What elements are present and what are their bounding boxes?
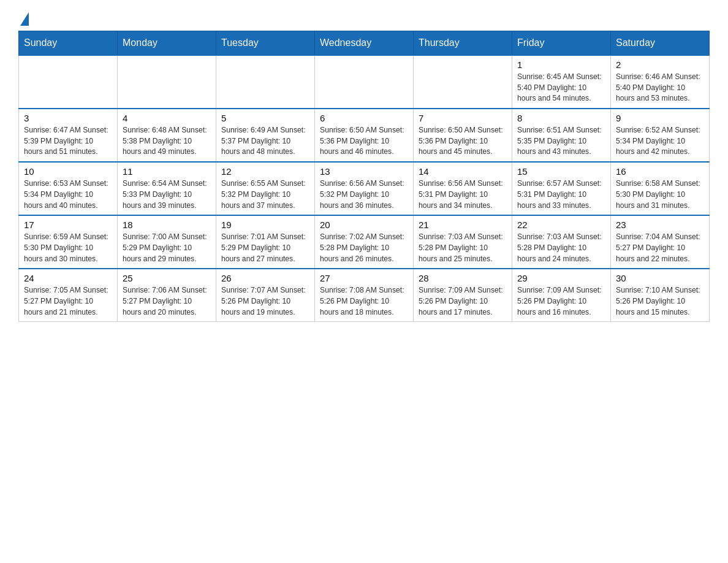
calendar-cell	[216, 55, 315, 109]
calendar-week-row: 10Sunrise: 6:53 AM Sunset: 5:34 PM Dayli…	[19, 162, 710, 215]
day-number: 4	[123, 113, 211, 123]
day-info: Sunrise: 6:52 AM Sunset: 5:34 PM Dayligh…	[616, 125, 704, 158]
day-info: Sunrise: 6:51 AM Sunset: 5:35 PM Dayligh…	[517, 125, 605, 158]
day-info: Sunrise: 6:46 AM Sunset: 5:40 PM Dayligh…	[616, 72, 704, 104]
calendar-cell	[414, 55, 512, 109]
calendar-cell: 18Sunrise: 7:00 AM Sunset: 5:29 PM Dayli…	[118, 215, 216, 269]
day-number: 1	[517, 59, 605, 70]
day-info: Sunrise: 7:10 AM Sunset: 5:26 PM Dayligh…	[616, 285, 704, 318]
calendar-cell: 20Sunrise: 7:02 AM Sunset: 5:28 PM Dayli…	[315, 215, 414, 269]
calendar-cell: 28Sunrise: 7:09 AM Sunset: 5:26 PM Dayli…	[414, 269, 512, 322]
calendar-cell: 12Sunrise: 6:55 AM Sunset: 5:32 PM Dayli…	[216, 162, 315, 215]
day-number: 21	[419, 220, 507, 230]
calendar-cell: 17Sunrise: 6:59 AM Sunset: 5:30 PM Dayli…	[19, 215, 118, 269]
day-number: 13	[320, 166, 408, 177]
day-info: Sunrise: 7:07 AM Sunset: 5:26 PM Dayligh…	[221, 285, 309, 318]
calendar-cell: 23Sunrise: 7:04 AM Sunset: 5:27 PM Dayli…	[611, 215, 710, 269]
calendar-cell: 8Sunrise: 6:51 AM Sunset: 5:35 PM Daylig…	[512, 109, 611, 162]
day-info: Sunrise: 6:58 AM Sunset: 5:30 PM Dayligh…	[616, 178, 704, 211]
day-info: Sunrise: 7:09 AM Sunset: 5:26 PM Dayligh…	[419, 285, 507, 318]
calendar-cell: 7Sunrise: 6:50 AM Sunset: 5:36 PM Daylig…	[414, 109, 512, 162]
day-info: Sunrise: 6:50 AM Sunset: 5:36 PM Dayligh…	[320, 125, 408, 158]
day-info: Sunrise: 6:45 AM Sunset: 5:40 PM Dayligh…	[517, 72, 605, 104]
calendar-cell: 4Sunrise: 6:48 AM Sunset: 5:38 PM Daylig…	[118, 109, 216, 162]
calendar-week-row: 1Sunrise: 6:45 AM Sunset: 5:40 PM Daylig…	[19, 55, 710, 109]
day-info: Sunrise: 6:56 AM Sunset: 5:32 PM Dayligh…	[320, 178, 408, 211]
calendar-cell: 24Sunrise: 7:05 AM Sunset: 5:27 PM Dayli…	[19, 269, 118, 322]
day-info: Sunrise: 7:00 AM Sunset: 5:29 PM Dayligh…	[123, 232, 211, 264]
day-number: 23	[616, 220, 704, 230]
calendar-cell: 26Sunrise: 7:07 AM Sunset: 5:26 PM Dayli…	[216, 269, 315, 322]
day-info: Sunrise: 7:06 AM Sunset: 5:27 PM Dayligh…	[123, 285, 211, 318]
calendar-cell	[315, 55, 414, 109]
day-info: Sunrise: 6:57 AM Sunset: 5:31 PM Dayligh…	[517, 178, 605, 211]
logo-triangle-icon	[20, 12, 29, 26]
day-number: 2	[616, 59, 704, 70]
weekday-header: Thursday	[414, 31, 512, 56]
day-info: Sunrise: 7:02 AM Sunset: 5:28 PM Dayligh…	[320, 232, 408, 264]
weekday-header: Sunday	[19, 31, 118, 56]
day-info: Sunrise: 7:03 AM Sunset: 5:28 PM Dayligh…	[419, 232, 507, 264]
calendar-cell: 19Sunrise: 7:01 AM Sunset: 5:29 PM Dayli…	[216, 215, 315, 269]
day-number: 11	[123, 166, 211, 177]
day-number: 26	[221, 273, 309, 283]
weekday-header: Tuesday	[216, 31, 315, 56]
calendar-cell: 22Sunrise: 7:03 AM Sunset: 5:28 PM Dayli…	[512, 215, 611, 269]
calendar-cell: 25Sunrise: 7:06 AM Sunset: 5:27 PM Dayli…	[118, 269, 216, 322]
day-number: 16	[616, 166, 704, 177]
calendar-table: SundayMondayTuesdayWednesdayThursdayFrid…	[18, 31, 710, 322]
calendar-cell	[19, 55, 118, 109]
weekday-header-row: SundayMondayTuesdayWednesdayThursdayFrid…	[19, 31, 710, 56]
calendar-cell: 1Sunrise: 6:45 AM Sunset: 5:40 PM Daylig…	[512, 55, 611, 109]
calendar-cell: 5Sunrise: 6:49 AM Sunset: 5:37 PM Daylig…	[216, 109, 315, 162]
day-info: Sunrise: 6:59 AM Sunset: 5:30 PM Dayligh…	[24, 232, 112, 264]
page-header	[18, 12, 710, 25]
calendar-cell: 30Sunrise: 7:10 AM Sunset: 5:26 PM Dayli…	[611, 269, 710, 322]
day-info: Sunrise: 6:55 AM Sunset: 5:32 PM Dayligh…	[221, 178, 309, 211]
calendar-cell: 10Sunrise: 6:53 AM Sunset: 5:34 PM Dayli…	[19, 162, 118, 215]
calendar-cell: 27Sunrise: 7:08 AM Sunset: 5:26 PM Dayli…	[315, 269, 414, 322]
day-number: 27	[320, 273, 408, 283]
day-number: 5	[221, 113, 309, 123]
day-number: 17	[24, 220, 112, 230]
calendar-cell	[118, 55, 216, 109]
day-info: Sunrise: 6:50 AM Sunset: 5:36 PM Dayligh…	[419, 125, 507, 158]
day-number: 3	[24, 113, 112, 123]
calendar-cell: 15Sunrise: 6:57 AM Sunset: 5:31 PM Dayli…	[512, 162, 611, 215]
day-info: Sunrise: 6:53 AM Sunset: 5:34 PM Dayligh…	[24, 178, 112, 211]
day-number: 8	[517, 113, 605, 123]
day-number: 10	[24, 166, 112, 177]
day-info: Sunrise: 6:47 AM Sunset: 5:39 PM Dayligh…	[24, 125, 112, 158]
day-number: 15	[517, 166, 605, 177]
day-info: Sunrise: 6:54 AM Sunset: 5:33 PM Dayligh…	[123, 178, 211, 211]
weekday-header: Wednesday	[315, 31, 414, 56]
calendar-week-row: 3Sunrise: 6:47 AM Sunset: 5:39 PM Daylig…	[19, 109, 710, 162]
day-number: 28	[419, 273, 507, 283]
day-number: 30	[616, 273, 704, 283]
logo	[18, 12, 29, 25]
day-number: 22	[517, 220, 605, 230]
weekday-header: Saturday	[611, 31, 710, 56]
day-number: 18	[123, 220, 211, 230]
day-info: Sunrise: 6:49 AM Sunset: 5:37 PM Dayligh…	[221, 125, 309, 158]
calendar-cell: 21Sunrise: 7:03 AM Sunset: 5:28 PM Dayli…	[414, 215, 512, 269]
day-number: 12	[221, 166, 309, 177]
day-number: 19	[221, 220, 309, 230]
calendar-week-row: 17Sunrise: 6:59 AM Sunset: 5:30 PM Dayli…	[19, 215, 710, 269]
calendar-cell: 14Sunrise: 6:56 AM Sunset: 5:31 PM Dayli…	[414, 162, 512, 215]
day-number: 7	[419, 113, 507, 123]
day-info: Sunrise: 7:08 AM Sunset: 5:26 PM Dayligh…	[320, 285, 408, 318]
calendar-cell: 11Sunrise: 6:54 AM Sunset: 5:33 PM Dayli…	[118, 162, 216, 215]
day-number: 14	[419, 166, 507, 177]
day-number: 20	[320, 220, 408, 230]
day-info: Sunrise: 7:05 AM Sunset: 5:27 PM Dayligh…	[24, 285, 112, 318]
weekday-header: Monday	[118, 31, 216, 56]
day-number: 6	[320, 113, 408, 123]
weekday-header: Friday	[512, 31, 611, 56]
day-info: Sunrise: 6:56 AM Sunset: 5:31 PM Dayligh…	[419, 178, 507, 211]
calendar-cell: 3Sunrise: 6:47 AM Sunset: 5:39 PM Daylig…	[19, 109, 118, 162]
day-info: Sunrise: 7:01 AM Sunset: 5:29 PM Dayligh…	[221, 232, 309, 264]
calendar-cell: 13Sunrise: 6:56 AM Sunset: 5:32 PM Dayli…	[315, 162, 414, 215]
calendar-cell: 29Sunrise: 7:09 AM Sunset: 5:26 PM Dayli…	[512, 269, 611, 322]
day-number: 9	[616, 113, 704, 123]
